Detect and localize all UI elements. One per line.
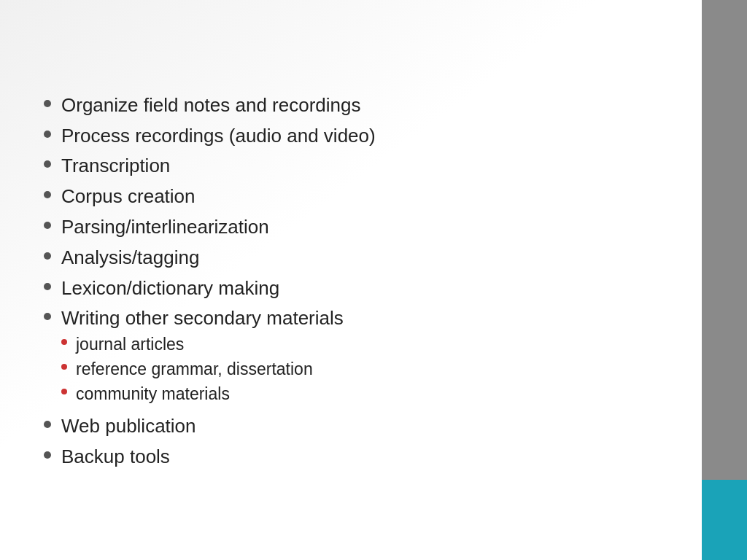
sub-list-item-sub-community: community materials <box>61 384 674 405</box>
sub-bullet-dot <box>61 389 67 394</box>
slide-title <box>44 29 674 73</box>
bullet-dot <box>44 191 51 198</box>
item-text-item-organize: Organize field notes and recordings <box>61 93 674 118</box>
item-text-item-transcription: Transcription <box>61 154 674 179</box>
slide-content: Organize field notes and recordingsProce… <box>22 15 696 545</box>
teal-accent-block <box>702 480 747 560</box>
item-text-item-corpus: Corpus creation <box>61 184 674 209</box>
bullet-dot <box>44 222 51 229</box>
list-item-item-organize: Organize field notes and recordings <box>44 93 674 118</box>
list-item-item-parsing: Parsing/interlinearization <box>44 215 674 240</box>
bullet-dot <box>44 313 51 320</box>
list-item-item-transcription: Transcription <box>44 154 674 179</box>
bullet-dot <box>44 421 51 428</box>
list-item-item-backup: Backup tools <box>44 445 674 470</box>
bullet-dot <box>44 451 51 459</box>
list-item-item-analysis: Analysis/tagging <box>44 246 674 271</box>
list-item-item-corpus: Corpus creation <box>44 184 674 209</box>
sub-item-text-sub-journal: journal articles <box>76 334 674 356</box>
item-text-item-analysis: Analysis/tagging <box>61 246 674 271</box>
bullet-dot <box>44 131 51 138</box>
item-text-item-parsing: Parsing/interlinearization <box>61 215 674 240</box>
list-item-item-lexicon: Lexicon/dictionary making <box>44 276 674 301</box>
bullet-dot <box>44 252 51 260</box>
sub-list-item-sub-journal: journal articles <box>61 334 674 356</box>
sub-item-text-sub-reference: reference grammar, dissertation <box>76 359 674 381</box>
slide-container: Organize field notes and recordingsProce… <box>0 0 747 560</box>
list-item-item-writing: Writing other secondary materialsjournal… <box>44 306 674 408</box>
item-text-item-process: Process recordings (audio and video) <box>61 124 674 149</box>
item-text-item-backup: Backup tools <box>61 445 674 470</box>
main-bullet-list: Organize field notes and recordingsProce… <box>44 93 674 470</box>
sub-list-item-sub-reference: reference grammar, dissertation <box>61 359 674 381</box>
sub-bullet-dot <box>61 364 67 370</box>
bullet-dot <box>44 160 51 168</box>
item-text-item-lexicon: Lexicon/dictionary making <box>61 276 674 301</box>
sub-item-text-sub-community: community materials <box>76 384 674 405</box>
sub-bullet-dot <box>61 339 67 345</box>
sub-list-item-writing: journal articles reference grammar, diss… <box>61 334 674 405</box>
list-item-item-web: Web publication <box>44 414 674 439</box>
list-item-item-process: Process recordings (audio and video) <box>44 124 674 149</box>
bullet-dot <box>44 100 51 107</box>
item-text-item-writing: Writing other secondary materialsjournal… <box>61 306 674 408</box>
bullet-dot <box>44 283 51 290</box>
right-sidebar <box>702 0 747 560</box>
item-text-item-web: Web publication <box>61 414 674 439</box>
